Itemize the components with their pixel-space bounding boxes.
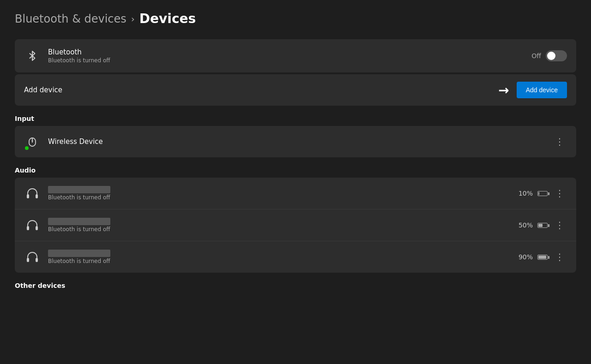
headphones-2-battery-fill [538, 224, 543, 227]
headphones-3-battery-pct: 90% [519, 253, 533, 261]
wireless-device-more-icon[interactable]: ⋮ [552, 134, 567, 149]
headphones-3-battery-icon [537, 255, 548, 260]
bluetooth-title: Bluetooth [48, 48, 110, 56]
svg-rect-6 [36, 226, 38, 230]
wireless-device-left: Wireless Device [24, 133, 103, 150]
headphones-3-name [48, 250, 110, 257]
breadcrumb-parent[interactable]: Bluetooth & devices [15, 12, 127, 25]
svg-rect-4 [36, 194, 38, 198]
svg-rect-3 [27, 194, 29, 198]
headphones-2-icon-wrap [24, 217, 41, 233]
audio-section-header: Audio [15, 167, 576, 174]
breadcrumb-separator: › [131, 13, 135, 24]
audio-devices-group: Bluetooth is turned off 10% ⋮ [15, 178, 576, 273]
headphones-1-left: Bluetooth is turned off [24, 185, 110, 202]
headphones-1-row: Bluetooth is turned off 10% ⋮ [15, 178, 576, 209]
headphones-3-left: Bluetooth is turned off [24, 249, 110, 265]
breadcrumb: Bluetooth & devices › Devices [15, 11, 576, 26]
wireless-device-right: ⋮ [552, 134, 567, 149]
headphones-3-right: 90% ⋮ [519, 250, 567, 264]
wireless-device-name: Wireless Device [48, 137, 103, 146]
bluetooth-toggle-label: Off [531, 52, 541, 60]
headphones-3-subtitle: Bluetooth is turned off [48, 258, 110, 264]
add-device-right: → Add device [498, 82, 567, 98]
input-section-header: Input [15, 115, 576, 122]
headphones-1-subtitle: Bluetooth is turned off [48, 194, 110, 201]
headphones-2-subtitle: Bluetooth is turned off [48, 226, 110, 233]
add-device-arrow-icon: → [498, 83, 509, 98]
headphones-1-name [48, 186, 110, 193]
headphones-3-text: Bluetooth is turned off [48, 250, 110, 264]
add-device-button[interactable]: Add device [517, 82, 567, 98]
headphones-2-battery-icon [537, 223, 548, 228]
bluetooth-card: Bluetooth Bluetooth is turned off Off [15, 39, 576, 72]
svg-rect-8 [36, 258, 38, 262]
bluetooth-icon [24, 48, 41, 64]
wireless-device-row: Wireless Device ⋮ [15, 126, 576, 157]
headphones-2-more-icon[interactable]: ⋮ [552, 218, 567, 233]
headphones-1-icon-wrap [24, 185, 41, 202]
headphones-2-battery-pct: 50% [519, 221, 533, 229]
bluetooth-text: Bluetooth Bluetooth is turned off [48, 48, 110, 64]
svg-rect-7 [27, 258, 29, 262]
bluetooth-left: Bluetooth Bluetooth is turned off [24, 48, 110, 64]
headphones-3-battery-fill [538, 256, 546, 259]
headphones-2-icon [25, 218, 40, 233]
headphones-3-row: Bluetooth is turned off 90% ⋮ [15, 241, 576, 273]
headphones-1-right: 10% ⋮ [519, 186, 567, 201]
wireless-device-text: Wireless Device [48, 137, 103, 146]
headphones-1-battery-fill [538, 192, 539, 195]
bluetooth-subtitle: Bluetooth is turned off [48, 57, 110, 64]
other-devices-header: Other devices [15, 282, 576, 289]
wireless-device-status-dot [25, 146, 29, 150]
add-device-card: Add device → Add device [15, 74, 576, 106]
headphones-3-more-icon[interactable]: ⋮ [552, 250, 567, 264]
bluetooth-toggle[interactable] [546, 50, 567, 61]
headphones-1-more-icon[interactable]: ⋮ [552, 186, 567, 201]
svg-rect-5 [27, 226, 29, 230]
add-device-row: Add device → Add device [24, 74, 567, 106]
wireless-device-icon-wrap [24, 133, 41, 150]
headphones-1-battery-pct: 10% [519, 190, 533, 197]
headphones-2-right: 50% ⋮ [519, 218, 567, 233]
bluetooth-right: Off [531, 50, 567, 61]
headphones-2-name [48, 218, 110, 225]
headphones-1-battery-icon [537, 191, 548, 196]
headphones-3-icon [25, 250, 40, 264]
input-devices-group: Wireless Device ⋮ [15, 126, 576, 157]
headphones-2-text: Bluetooth is turned off [48, 218, 110, 233]
headphones-1-text: Bluetooth is turned off [48, 186, 110, 201]
headphones-3-icon-wrap [24, 249, 41, 265]
headphones-2-left: Bluetooth is turned off [24, 217, 110, 233]
headphones-2-row: Bluetooth is turned off 50% ⋮ [15, 209, 576, 241]
svg-point-2 [31, 139, 33, 142]
breadcrumb-current: Devices [139, 11, 196, 26]
headphones-1-icon [25, 186, 40, 201]
bluetooth-row: Bluetooth Bluetooth is turned off Off [24, 39, 567, 72]
add-device-label: Add device [24, 86, 62, 94]
